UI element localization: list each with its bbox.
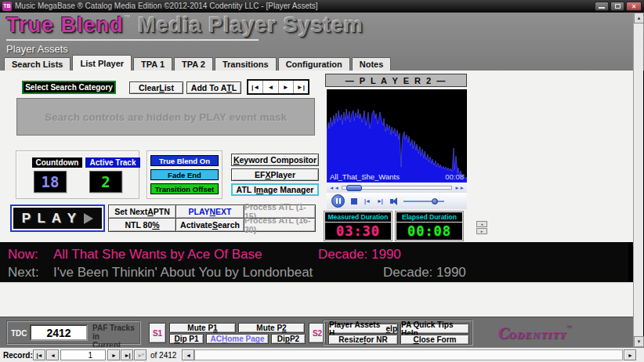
true-blend-on-indicator: True Blend On bbox=[150, 155, 219, 166]
ac-home-page-button[interactable]: AC Home Page bbox=[206, 334, 269, 344]
track-name-overlay: All_That_She_Wants bbox=[330, 172, 400, 181]
play-icon bbox=[84, 213, 93, 224]
restore-button[interactable] bbox=[610, 2, 624, 11]
tab-configuration[interactable]: Configuration bbox=[278, 57, 350, 71]
last-record-icon[interactable]: ►| bbox=[294, 81, 308, 93]
first-record-button[interactable]: |◄ bbox=[33, 349, 45, 360]
codentity-logo: CODENTITY™ bbox=[498, 324, 571, 342]
player-2-panel: — P L A Y E R 2 — All_That_She_Wants 00:… bbox=[323, 73, 469, 240]
spinner-down-button[interactable]: ▸ bbox=[476, 228, 487, 234]
tab-list-player[interactable]: List Player bbox=[72, 55, 132, 71]
pa-quick-tips-help-button[interactable]: PA Quick Tips Help bbox=[400, 324, 469, 334]
close-icon: ✕ bbox=[631, 3, 637, 10]
form-subtitle: Player Assets bbox=[6, 43, 68, 55]
tdc-group: TDC 2412 PAF Tracks in Current View bbox=[6, 320, 141, 345]
elapsed-duration-group: Elapsed Duration 00:08 bbox=[395, 211, 464, 241]
tab-tpa-1[interactable]: TPA 1 bbox=[133, 57, 172, 71]
select-search-category-button[interactable]: Select Search Category bbox=[22, 81, 116, 94]
rewind-icon[interactable]: ◄◄ bbox=[327, 185, 342, 190]
elapsed-duration-display: 00:08 bbox=[396, 223, 462, 240]
tdc-caption-line1: PAF Tracks in bbox=[92, 324, 139, 341]
efx-player-button[interactable]: EFX Player bbox=[231, 168, 319, 181]
seek-thumb[interactable] bbox=[346, 185, 362, 191]
blend-status-group: True Blend On Fade End Transition Offset bbox=[147, 150, 223, 199]
ntl-80-button[interactable]: NTL 80% bbox=[108, 218, 176, 232]
atl-image-manager-button[interactable]: ATL Image Manager bbox=[231, 183, 319, 196]
seek-track[interactable] bbox=[342, 186, 452, 190]
activate-search-button[interactable]: Activate Search bbox=[175, 218, 244, 232]
previous-record-button[interactable]: ◄ bbox=[46, 349, 59, 360]
scroll-up-icon[interactable]: ▲ bbox=[634, 13, 644, 24]
stop-button[interactable] bbox=[351, 198, 357, 205]
pause-button[interactable] bbox=[331, 194, 345, 208]
brand-underline bbox=[6, 39, 259, 41]
dip-p1-button[interactable]: Dip P1 bbox=[169, 334, 204, 344]
resize-for-nr-button[interactable]: Resize for NR bbox=[328, 335, 398, 345]
track-indicator-group: Countdown 18 Active Track 2 bbox=[16, 150, 139, 199]
logo-trademark: ™ bbox=[566, 324, 571, 329]
set-next-aptn-button[interactable]: Set Next APTN bbox=[108, 205, 176, 219]
footer-bar: TDC 2412 PAF Tracks in Current View S1 M… bbox=[0, 317, 633, 347]
mute-p2-button[interactable]: Mute P2 bbox=[238, 323, 305, 333]
first-record-icon[interactable]: |◄ bbox=[248, 81, 263, 93]
scroll-down-icon[interactable]: ▼ bbox=[634, 336, 644, 347]
seek-bar-row: ◄◄ ►► bbox=[327, 183, 467, 193]
next-record-icon[interactable]: ► bbox=[279, 81, 294, 93]
tab-notes[interactable]: Notes bbox=[352, 57, 392, 71]
title-bar: TB Music MegaBase ® Catalog Media Editio… bbox=[0, 0, 644, 13]
record-number-field[interactable]: 1 bbox=[60, 349, 106, 360]
last-record-button[interactable]: ►| bbox=[121, 349, 133, 360]
volume-slider[interactable] bbox=[403, 201, 444, 202]
previous-track-button[interactable]: |◄ bbox=[364, 198, 370, 204]
active-track-display: 2 bbox=[89, 171, 122, 193]
next-label: Next: bbox=[8, 265, 39, 281]
now-next-band: Now: All That She Wants by Ace Of Base D… bbox=[0, 242, 628, 282]
hscroll-right-button[interactable]: ► bbox=[624, 349, 636, 360]
tdc-count-field: 2412 bbox=[30, 324, 88, 341]
process-atl-16-30-button: Process ATL (16-30) bbox=[244, 218, 316, 232]
help-group: Player Assets Help PA Quick Tips Help Re… bbox=[323, 320, 473, 346]
clear-list-button[interactable]: Clear List bbox=[129, 81, 183, 94]
pause-icon bbox=[336, 198, 338, 204]
previous-record-icon[interactable]: ◄ bbox=[263, 81, 278, 93]
logo-text: ODENTITY bbox=[508, 329, 566, 341]
tab-search-lists[interactable]: Search Lists bbox=[4, 57, 71, 71]
close-form-button[interactable]: Close Form bbox=[400, 335, 469, 345]
search-mask-message: Search controls are hidden by PLAY event… bbox=[45, 111, 287, 123]
spinner-up-button[interactable]: ◂ bbox=[476, 221, 487, 227]
player-controls: |◄ ►| bbox=[327, 193, 467, 209]
new-record-button: ►* bbox=[134, 349, 147, 360]
tab-transitions[interactable]: Transitions bbox=[215, 57, 277, 71]
countdown-display: 18 bbox=[34, 171, 67, 193]
measured-duration-group: Measured Duration 03:30 bbox=[324, 211, 393, 241]
minimize-button[interactable] bbox=[595, 2, 609, 11]
add-to-atl-button[interactable]: Add To ATL bbox=[186, 81, 241, 94]
logo-initial: C bbox=[498, 324, 508, 342]
vertical-scrollbar[interactable]: ▲ ▼ bbox=[633, 13, 643, 347]
volume-knob[interactable] bbox=[432, 198, 438, 205]
close-button[interactable]: ✕ bbox=[626, 2, 642, 11]
s1-button[interactable]: S1 bbox=[149, 323, 166, 343]
next-track-button[interactable]: ►| bbox=[377, 198, 382, 204]
player-assets-help-button[interactable]: Player Assets Help bbox=[328, 324, 398, 334]
dip-p2-button[interactable]: Dip P2 bbox=[271, 334, 306, 344]
keyword-compositor-button[interactable]: Keyword Compositor bbox=[231, 154, 319, 166]
brand-secondary: Media Player System bbox=[138, 13, 364, 37]
fast-forward-icon[interactable]: ►► bbox=[452, 185, 467, 190]
brand-title: True Blend™ Media Player System bbox=[6, 13, 364, 38]
tdc-label: TDC bbox=[11, 329, 27, 338]
form-header: True Blend™ Media Player System Player A… bbox=[0, 13, 644, 71]
measured-duration-label: Measured Duration bbox=[325, 212, 391, 222]
now-decade-value: 1990 bbox=[371, 247, 401, 262]
hscroll-left-button[interactable]: ◄ bbox=[182, 349, 194, 360]
app-logo-icon: TB bbox=[2, 2, 12, 11]
tab-tpa-2[interactable]: TPA 2 bbox=[174, 57, 213, 71]
next-title: I've Been Thinkin' About You by Londonbe… bbox=[53, 265, 313, 281]
horizontal-scrollbar-track[interactable] bbox=[194, 349, 623, 360]
next-record-button[interactable]: ► bbox=[107, 349, 120, 360]
play-label: P L A Y bbox=[22, 211, 78, 226]
play-button[interactable]: P L A Y bbox=[10, 205, 105, 232]
play-next-button[interactable]: PLAY NEXT bbox=[175, 205, 244, 219]
mute-p1-button[interactable]: Mute P1 bbox=[169, 323, 236, 333]
now-decade-label: Decade: bbox=[318, 247, 367, 262]
